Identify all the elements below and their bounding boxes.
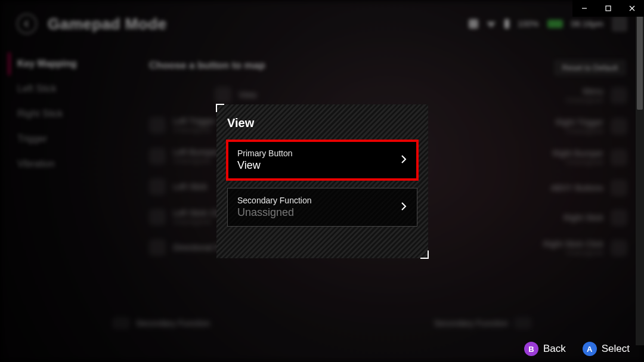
scrollbar-thumb[interactable] (637, 2, 643, 110)
window-maximize-button[interactable] (596, 0, 620, 17)
option-label: Secondary Function (237, 196, 312, 205)
window-close-button[interactable] (620, 0, 644, 17)
button-mapping-modal: View Primary Button View Secondary Funct… (216, 104, 428, 258)
option-value: View (237, 159, 293, 172)
a-button-icon: A (583, 342, 597, 356)
primary-button-option[interactable]: Primary Button View (227, 141, 417, 180)
modal-corner-decoration (420, 250, 429, 259)
hint-label: Back (543, 343, 566, 355)
svg-rect-1 (606, 6, 611, 11)
hint-back: B Back (524, 342, 566, 356)
hint-select: A Select (583, 342, 630, 356)
window-minimize-button[interactable] (572, 0, 596, 17)
b-button-icon: B (524, 342, 538, 356)
hint-label: Select (602, 343, 630, 355)
modal-title: View (227, 116, 417, 130)
option-label: Primary Button (237, 148, 293, 158)
chevron-right-icon (400, 154, 407, 167)
window-titlebar (572, 0, 644, 17)
secondary-function-option[interactable]: Secondary Function Unassigned (227, 188, 417, 227)
footer-hints: B Back A Select (524, 342, 630, 356)
window-scrollbar[interactable] (636, 0, 644, 345)
chevron-right-icon (400, 201, 407, 214)
modal-corner-decoration (216, 104, 224, 112)
option-value: Unassigned (237, 206, 312, 219)
